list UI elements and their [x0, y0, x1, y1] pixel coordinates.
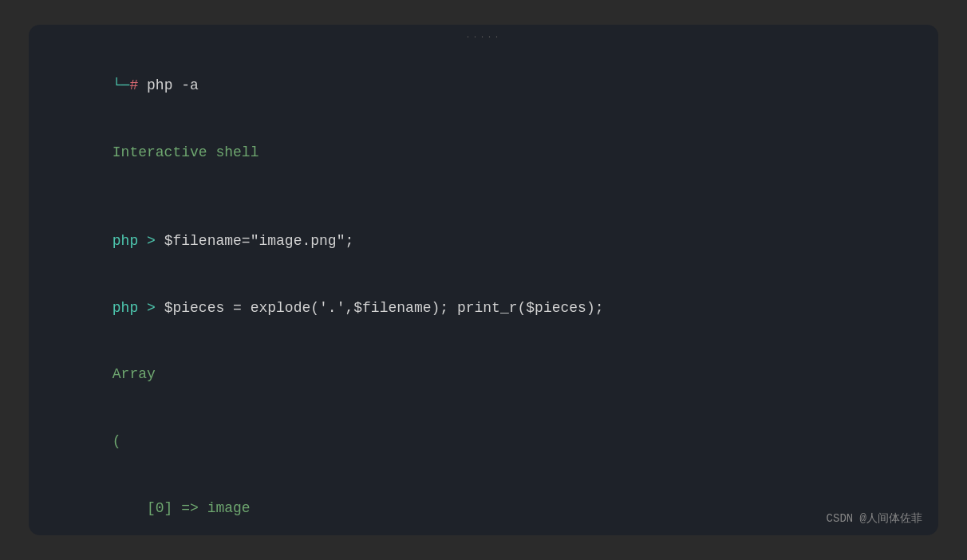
command-text: php -a [138, 77, 199, 93]
output-text: ( [112, 433, 121, 449]
terminal-line: php > $pieces = explode('.',$filename); … [61, 275, 906, 342]
drag-handle[interactable]: ····· [29, 25, 938, 45]
output-text: Array [112, 366, 156, 382]
prompt-hash: # [129, 77, 138, 93]
watermark: CSDN @人间体佐菲 [827, 511, 922, 526]
output-text: [0] => image [112, 500, 251, 516]
terminal-line: [0] => image [61, 475, 906, 535]
drag-dots: ····· [465, 33, 501, 41]
terminal-line: └─# php -a [61, 53, 906, 120]
code-text: $filename="image.png"; [164, 233, 354, 249]
php-prompt: php > [112, 233, 164, 249]
terminal-line: Interactive shell [61, 120, 906, 187]
terminal-line: ( [61, 408, 906, 475]
terminal-line: php > $filename="image.png"; [61, 208, 906, 275]
php-prompt: php > [112, 300, 164, 316]
terminal-window: ····· └─# php -a Interactive shell php >… [29, 25, 938, 535]
blank-line [61, 186, 906, 208]
output-text: Interactive shell [112, 144, 259, 160]
terminal-content: └─# php -a Interactive shell php > $file… [29, 45, 938, 535]
code-text: $pieces = explode('.',$filename); print_… [164, 300, 604, 316]
terminal-line: Array [61, 342, 906, 409]
prompt-arrow: └─ [112, 77, 130, 93]
